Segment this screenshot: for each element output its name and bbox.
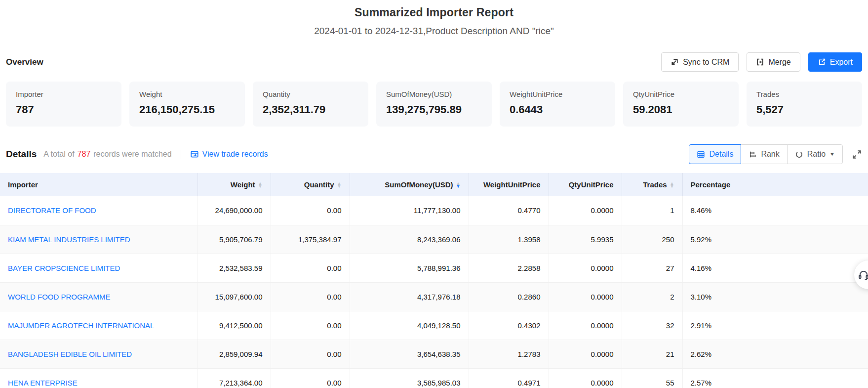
- stat-card-weight: Weight 216,150,275.15: [129, 82, 245, 127]
- quantity-cell: 0.00: [271, 196, 350, 225]
- export-button[interactable]: Export: [808, 52, 862, 72]
- details-right: Details Rank Ratio ▼: [689, 144, 862, 164]
- export-label: Export: [830, 58, 853, 67]
- tab-rank[interactable]: Rank: [741, 144, 787, 164]
- page-title: Summarized Importer Report: [0, 6, 868, 19]
- view-mode-switcher: Details Rank Ratio ▼: [689, 144, 843, 164]
- matched-suffix: records were matched: [93, 150, 171, 158]
- trades-cell: 250: [622, 225, 682, 254]
- col-header-sum-of-money[interactable]: SumOfMoney(USD) ▲▼: [350, 173, 469, 196]
- stat-value: 59.2081: [633, 103, 729, 116]
- weight-cell: 9,412,500.00: [197, 311, 271, 340]
- col-header-importer: Importer: [0, 173, 197, 196]
- report-header: Summarized Importer Report 2024-01-01 to…: [0, 0, 868, 37]
- importer-link[interactable]: BANGLADESH EDIBLE OIL LIMITED: [8, 350, 132, 358]
- sort-icons: ▲▼: [670, 182, 674, 188]
- col-header-quantity[interactable]: Quantity ▲▼: [271, 173, 350, 196]
- percentage-cell: 2.91%: [682, 311, 868, 340]
- qty-unit-price-cell: 0.0000: [549, 311, 622, 340]
- overview-heading: Overview: [6, 57, 43, 67]
- weight-unit-price-cell: 0.2860: [469, 282, 549, 311]
- percentage-cell: 8.46%: [682, 196, 868, 225]
- sum-of-money-cell: 3,585,985.03: [350, 368, 469, 388]
- qty-unit-price-cell: 0.0000: [549, 282, 622, 311]
- col-header-qty-unit-price: QtyUnitPrice: [549, 173, 622, 196]
- chevron-down-icon: ▼: [829, 152, 835, 157]
- stat-value: 139,275,795.89: [386, 103, 482, 116]
- weight-cell: 7,213,364.00: [197, 368, 271, 388]
- qty-unit-price-cell: 0.0000: [549, 368, 622, 388]
- fullscreen-icon[interactable]: [852, 149, 862, 160]
- trade-records-icon: [190, 150, 199, 159]
- stat-label: QtyUnitPrice: [633, 90, 729, 98]
- merge-icon: [756, 58, 764, 66]
- trades-cell: 2: [622, 282, 682, 311]
- stat-label: WeightUnitPrice: [510, 90, 605, 98]
- weight-unit-price-cell: 2.2858: [469, 254, 549, 282]
- sum-of-money-cell: 8,243,369.06: [350, 225, 469, 254]
- importer-link[interactable]: DIRECTORATE OF FOOD: [8, 206, 96, 215]
- table-row: WORLD FOOD PROGRAMME 15,097,600.00 0.00 …: [0, 282, 868, 311]
- matched-count: 787: [78, 150, 91, 158]
- tab-rank-label: Rank: [761, 150, 779, 159]
- table-row: BANGLADESH EDIBLE OIL LIMITED 2,859,009.…: [0, 340, 868, 368]
- stat-label: Importer: [16, 90, 112, 98]
- tab-ratio[interactable]: Ratio ▼: [787, 144, 843, 164]
- trades-cell: 21: [622, 340, 682, 368]
- stat-value: 5,527: [756, 103, 852, 116]
- quantity-cell: 0.00: [271, 254, 350, 282]
- importer-link[interactable]: BAYER CROPSCIENCE LIMITED: [8, 264, 120, 272]
- merge-button[interactable]: Merge: [747, 52, 800, 72]
- stat-value: 787: [16, 103, 112, 116]
- weight-unit-price-cell: 1.2783: [469, 340, 549, 368]
- stat-card-trades: Trades 5,527: [747, 82, 862, 127]
- export-icon: [818, 58, 826, 66]
- details-left: Details A total of787records were matche…: [6, 149, 268, 160]
- importer-link[interactable]: MAJUMDER AGROTECH INTERNATIONAL: [8, 321, 154, 330]
- table-row: DIRECTORATE OF FOOD 24,690,000.00 0.00 1…: [0, 196, 868, 225]
- tab-details-label: Details: [709, 150, 733, 159]
- overview-stat-cards: Importer 787 Weight 216,150,275.15 Quant…: [0, 82, 868, 127]
- sort-icons: ▲▼: [337, 182, 342, 188]
- overview-actions: Sync to CRM Merge Export: [661, 52, 862, 72]
- trades-cell: 32: [622, 311, 682, 340]
- quantity-cell: 1,375,384.97: [271, 225, 350, 254]
- summarized-importer-report-page: Summarized Importer Report 2024-01-01 to…: [0, 0, 868, 388]
- qty-unit-price-cell: 0.0000: [549, 340, 622, 368]
- table-row: MAJUMDER AGROTECH INTERNATIONAL 9,412,50…: [0, 311, 868, 340]
- ratio-pie-icon: [795, 150, 803, 159]
- sum-of-money-cell: 11,777,130.00: [350, 196, 469, 225]
- weight-cell: 5,905,706.79: [197, 225, 271, 254]
- stat-value: 2,352,311.79: [263, 103, 358, 116]
- stat-label: SumOfMoney(USD): [386, 90, 482, 98]
- quantity-cell: 0.00: [271, 282, 350, 311]
- details-heading: Details: [6, 149, 37, 160]
- importer-link[interactable]: WORLD FOOD PROGRAMME: [8, 293, 111, 301]
- report-subtitle: 2024-01-01 to 2024-12-31,Product Descrip…: [0, 26, 868, 37]
- sync-to-crm-button[interactable]: Sync to CRM: [661, 52, 739, 72]
- weight-cell: 2,532,583.59: [197, 254, 271, 282]
- tab-details[interactable]: Details: [689, 144, 741, 164]
- details-table-icon: [697, 150, 705, 159]
- stat-label: Trades: [756, 90, 852, 98]
- trades-cell: 1: [622, 196, 682, 225]
- sync-to-crm-label: Sync to CRM: [683, 58, 729, 67]
- importer-link[interactable]: HENA ENTERPRISE: [8, 379, 78, 387]
- percentage-cell: 2.62%: [682, 340, 868, 368]
- col-header-weight[interactable]: Weight ▲▼: [197, 173, 271, 196]
- weight-unit-price-cell: 0.4971: [469, 368, 549, 388]
- table-header-row: Importer Weight ▲▼ Quantity ▲▼ SumOfMone…: [0, 173, 868, 196]
- view-trade-records-link[interactable]: View trade records: [190, 150, 268, 159]
- percentage-cell: 3.10%: [682, 282, 868, 311]
- stat-label: Quantity: [263, 90, 358, 98]
- importer-link[interactable]: KIAM METAL INDUSTRIES LIMITED: [8, 235, 130, 244]
- col-header-trades[interactable]: Trades ▲▼: [622, 173, 682, 196]
- qty-unit-price-cell: 5.9935: [549, 225, 622, 254]
- rank-bars-icon: [749, 150, 757, 159]
- table-row: KIAM METAL INDUSTRIES LIMITED 5,905,706.…: [0, 225, 868, 254]
- sync-icon: [671, 58, 679, 66]
- stat-value: 0.6443: [510, 103, 605, 116]
- details-bar: Details A total of787records were matche…: [0, 144, 868, 164]
- importer-details-table: Importer Weight ▲▼ Quantity ▲▼ SumOfMone…: [0, 173, 868, 388]
- sort-icons: ▲▼: [258, 182, 263, 188]
